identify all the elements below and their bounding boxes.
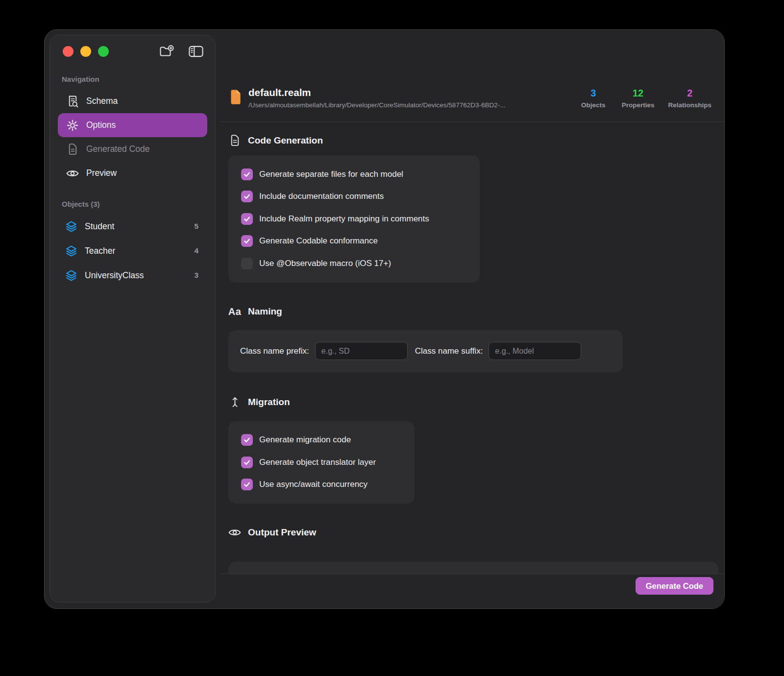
object-count-badge: 3 xyxy=(194,271,202,280)
close-window-button[interactable] xyxy=(63,46,74,57)
file-header: default.realm /Users/almoutasembellah/Li… xyxy=(220,30,724,121)
main-panel: default.realm /Users/almoutasembellah/Li… xyxy=(220,30,724,608)
navigation-list: Schema Options xyxy=(50,89,215,185)
section-title: Output Preview xyxy=(248,527,316,538)
output-preview-card xyxy=(228,562,718,574)
app-window: Navigation Schema xyxy=(44,29,725,609)
object-count-badge: 4 xyxy=(194,246,202,255)
checkbox-label: Use @Observable macro (iOS 17+) xyxy=(259,259,391,268)
option-property-mapping[interactable]: Include Realm property mapping in commen… xyxy=(241,208,467,230)
toggle-sidebar-icon[interactable] xyxy=(189,46,203,57)
object-row-student[interactable]: Student 5 xyxy=(58,214,207,239)
code-generation-section-header: Code Generation xyxy=(228,134,724,146)
merge-arrow-icon xyxy=(228,396,241,409)
sidebar: Navigation Schema xyxy=(49,35,216,603)
sidebar-item-preview[interactable]: Preview xyxy=(58,161,207,185)
sidebar-toolbar xyxy=(159,45,203,57)
stat-value: 3 xyxy=(590,88,596,99)
object-row-universityclass[interactable]: UniversityClass 3 xyxy=(58,263,207,288)
eye-icon xyxy=(66,169,79,178)
checkbox-label: Generate separate files for each model xyxy=(259,169,403,179)
class-suffix-input[interactable] xyxy=(489,342,581,360)
open-file-icon[interactable] xyxy=(159,45,174,57)
document-icon xyxy=(66,143,79,155)
navigation-section-label: Navigation xyxy=(50,75,215,83)
checkbox-icon[interactable] xyxy=(241,213,253,225)
stat-properties: 12 Properties xyxy=(622,88,655,109)
sidebar-item-generated-code[interactable]: Generated Code xyxy=(58,137,207,161)
object-row-teacher[interactable]: Teacher 4 xyxy=(58,239,207,263)
option-observable-macro[interactable]: Use @Observable macro (iOS 17+) xyxy=(241,252,467,275)
document-search-icon xyxy=(66,95,79,108)
sidebar-item-options[interactable]: Options xyxy=(58,113,207,137)
sidebar-header xyxy=(50,35,215,57)
checkbox-icon[interactable] xyxy=(241,258,253,269)
naming-section-header: Aa Naming xyxy=(228,306,724,317)
sidebar-item-label: Schema xyxy=(86,96,118,106)
text-format-icon: Aa xyxy=(228,306,241,317)
file-titles: default.realm /Users/almoutasembellah/Li… xyxy=(248,87,505,109)
class-prefix-label: Class name prefix: xyxy=(240,346,309,356)
option-async-await[interactable]: Use async/await concurrency xyxy=(241,474,402,496)
sidebar-item-schema[interactable]: Schema xyxy=(58,89,207,113)
stack-layers-icon xyxy=(65,220,77,233)
options-scroll-area: Code Generation Generate separate files … xyxy=(220,122,724,574)
stat-value: 12 xyxy=(633,88,643,99)
object-name: Student xyxy=(85,221,114,232)
traffic-lights xyxy=(63,46,109,57)
stat-objects: 3 Objects xyxy=(579,88,608,109)
object-name: UniversityClass xyxy=(85,270,144,281)
section-title: Code Generation xyxy=(248,135,323,146)
sidebar-item-label: Generated Code xyxy=(86,144,149,154)
zoom-window-button[interactable] xyxy=(98,46,109,57)
checkbox-icon[interactable] xyxy=(241,235,253,247)
checkbox-icon[interactable] xyxy=(241,434,253,446)
sidebar-item-label: Preview xyxy=(86,168,117,178)
checkbox-label: Include documentation comments xyxy=(259,192,384,201)
migration-section-header: Migration xyxy=(228,396,724,409)
checkbox-label: Generate object translator layer xyxy=(259,458,376,467)
footer-bar: Generate Code xyxy=(220,574,724,608)
stat-label: Properties xyxy=(622,101,655,109)
checkbox-icon[interactable] xyxy=(241,457,253,468)
naming-card: Class name prefix: Class name suffix: xyxy=(228,330,623,372)
stack-layers-icon xyxy=(65,269,77,282)
checkbox-label: Include Realm property mapping in commen… xyxy=(259,214,429,224)
generate-code-button[interactable]: Generate Code xyxy=(636,577,713,595)
option-doc-comments[interactable]: Include documentation comments xyxy=(241,186,467,208)
realm-file-icon xyxy=(229,88,242,108)
minimize-window-button[interactable] xyxy=(80,46,91,57)
eye-icon xyxy=(228,528,241,537)
stat-value: 2 xyxy=(687,88,692,99)
option-translator-layer[interactable]: Generate object translator layer xyxy=(241,451,402,474)
object-count-badge: 5 xyxy=(194,222,202,231)
checkbox-label: Generate Codable conformance xyxy=(259,236,378,246)
code-generation-card: Generate separate files for each model I… xyxy=(228,155,480,283)
document-icon xyxy=(228,134,241,146)
option-codable-conformance[interactable]: Generate Codable conformance xyxy=(241,230,467,253)
stat-label: Relationships xyxy=(668,101,711,109)
gear-icon xyxy=(66,120,79,131)
class-suffix-label: Class name suffix: xyxy=(415,346,483,356)
checkbox-icon[interactable] xyxy=(241,191,253,202)
file-name: default.realm xyxy=(248,87,505,98)
checkbox-icon[interactable] xyxy=(241,479,253,490)
stack-layers-icon xyxy=(65,245,77,257)
stat-relationships: 2 Relationships xyxy=(668,88,711,109)
output-preview-section-header: Output Preview xyxy=(228,527,724,538)
object-name: Teacher xyxy=(85,246,115,256)
schema-stats: 3 Objects 12 Properties 2 Relationships xyxy=(579,88,711,109)
sidebar-item-label: Options xyxy=(86,120,116,130)
objects-list: Student 5 Teacher 4 xyxy=(50,214,215,288)
desktop-background: Navigation Schema xyxy=(0,0,784,676)
option-migration-code[interactable]: Generate migration code xyxy=(241,429,402,452)
migration-card: Generate migration code Generate object … xyxy=(228,421,415,504)
checkbox-icon[interactable] xyxy=(241,169,253,180)
checkbox-label: Generate migration code xyxy=(259,435,351,445)
objects-section-label: Objects (3) xyxy=(50,200,215,208)
option-separate-files[interactable]: Generate separate files for each model xyxy=(241,163,467,186)
class-prefix-input[interactable] xyxy=(315,342,408,360)
stat-label: Objects xyxy=(581,101,606,109)
section-title: Migration xyxy=(248,397,290,408)
file-path: /Users/almoutasembellah/Library/Develope… xyxy=(248,101,505,109)
